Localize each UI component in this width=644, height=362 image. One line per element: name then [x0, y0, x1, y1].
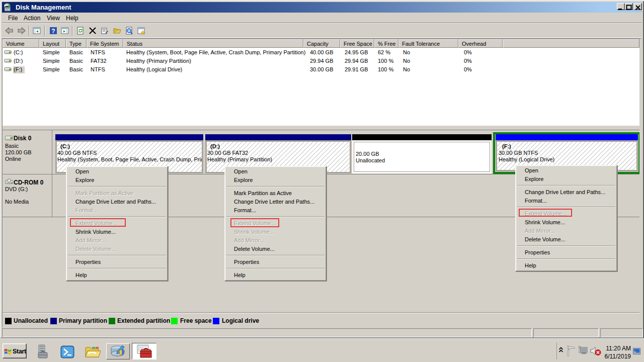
svg-text:?: ?: [51, 28, 55, 35]
